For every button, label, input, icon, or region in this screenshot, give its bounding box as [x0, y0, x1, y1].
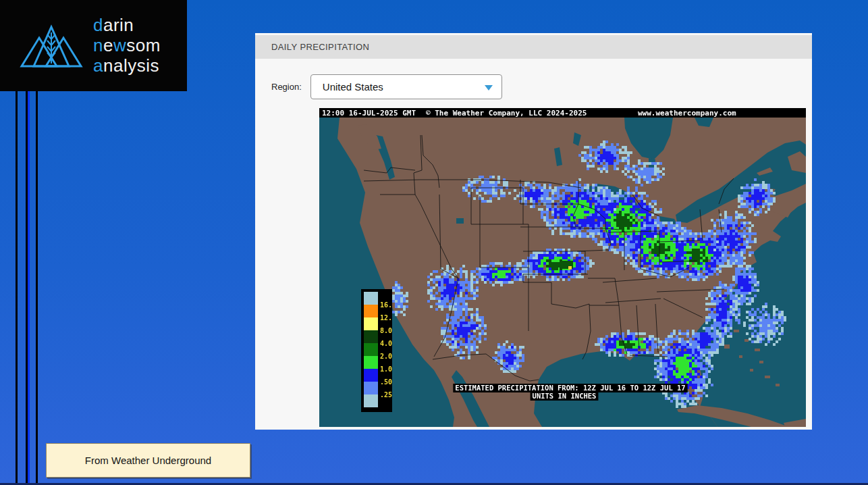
logo-block: darinnewsomanalysis [0, 0, 187, 91]
panel-title: DAILY PRECIPITATION [271, 42, 369, 52]
wheat-icon [47, 32, 55, 63]
region-dropdown-value: United States [311, 75, 501, 99]
weather-source-note-text: From Weather Underground [85, 455, 211, 466]
decor-line-blue [28, 91, 30, 483]
chevron-down-icon [485, 85, 493, 91]
decor-line-black-3 [36, 91, 38, 483]
daily-precipitation-panel: DAILY PRECIPITATION Region: United State… [255, 33, 812, 430]
precipitation-map [319, 108, 806, 427]
region-label: Region: [271, 82, 302, 92]
weather-source-note: From Weather Underground [46, 443, 250, 478]
logo-wordmark: darinnewsomanalysis [93, 15, 161, 76]
precipitation-map-canvas [319, 108, 806, 427]
region-row: Region: United States [271, 74, 502, 99]
region-dropdown[interactable]: United States [310, 74, 502, 99]
decor-line-black-1 [16, 91, 18, 483]
panel-header: DAILY PRECIPITATION [255, 35, 812, 59]
logo-mountains-icon [19, 12, 84, 80]
